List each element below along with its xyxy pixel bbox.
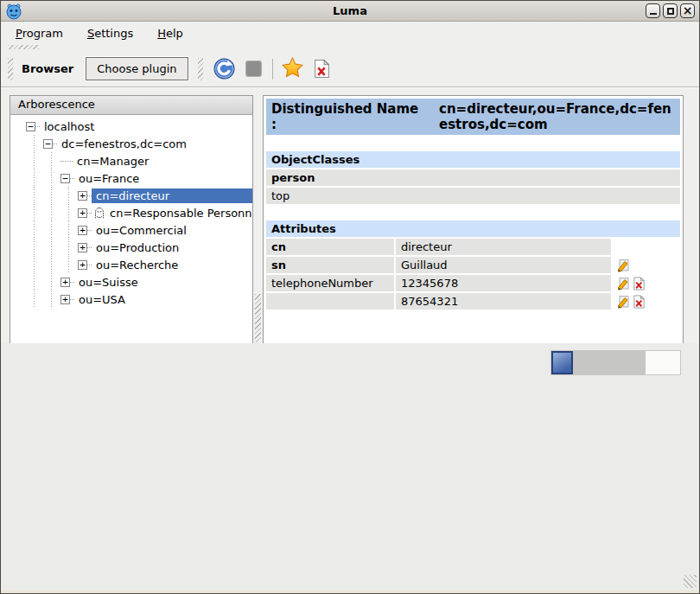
tree-item-label[interactable]: cn=directeur — [92, 188, 252, 203]
objectclasses-section: ObjectClasses person top — [266, 151, 680, 204]
tree-expander[interactable]: − — [43, 139, 53, 149]
tree-expander[interactable]: + — [60, 295, 70, 304]
delete-value-button[interactable] — [633, 277, 646, 291]
tree-expander[interactable]: + — [78, 243, 87, 252]
tree-item[interactable]: + ou=Production — [10, 239, 252, 256]
tree-item-label[interactable]: ou=France — [74, 171, 143, 186]
attributes-rows: cn directeur sn Guillaud telephoneNumber… — [266, 239, 680, 310]
attributes-section: Attributes cn directeur sn Guillaud tele… — [266, 220, 680, 310]
entry-details-panel: Distinguished Name : cn=directeur,ou=Fra… — [263, 95, 684, 343]
close-icon: × — [683, 5, 693, 16]
progress-track — [573, 351, 646, 374]
tree-item[interactable]: − ou=France — [10, 169, 252, 187]
tree-item-label[interactable]: dc=fenestros,dc=com — [57, 137, 191, 151]
tree-item[interactable]: cn=Manager — [10, 152, 252, 169]
delete-entry-button[interactable] — [314, 59, 330, 79]
tree-expander[interactable]: + — [78, 208, 87, 218]
tree-item-label[interactable]: ou=Production — [92, 240, 183, 255]
tree-header: Arborescence — [10, 96, 252, 115]
bookmark-button[interactable] — [281, 57, 304, 80]
objectclass-row: person — [266, 169, 680, 186]
tree-item-label[interactable]: ou=USA — [74, 292, 130, 307]
distinguished-name-header: Distinguished Name : cn=directeur,ou=Fra… — [266, 99, 680, 135]
menu-settings[interactable]: Settings — [87, 27, 133, 40]
tree-item-label[interactable]: ou=Commercial — [92, 223, 191, 238]
tree-item[interactable]: + ou=Recherche — [10, 256, 252, 273]
dn-label: Distinguished Name : — [266, 99, 439, 135]
progress-bar — [550, 350, 681, 375]
maximize-button[interactable] — [663, 3, 678, 18]
attribute-row: sn Guillaud — [266, 257, 680, 273]
tree-item-label[interactable]: localhost — [40, 119, 99, 134]
tree-item[interactable]: + cn=Responsable Personnel — [10, 204, 252, 221]
attribute-name — [266, 293, 394, 310]
tree-expander[interactable]: − — [60, 174, 70, 183]
attribute-value: 87654321 — [396, 293, 611, 310]
tree-body[interactable]: − localhost − dc=fenestros,dc=com cn=Man… — [10, 115, 252, 343]
bookmark-star-icon — [281, 57, 304, 80]
delete-entry-icon — [314, 59, 330, 79]
person-outline-icon — [93, 207, 105, 220]
objectclasses-rows: person top — [266, 169, 680, 204]
tree-item[interactable]: + ou=USA — [10, 291, 252, 308]
tree-item[interactable]: − localhost — [10, 118, 252, 135]
minimize-icon — [650, 13, 657, 15]
titlebar[interactable]: Luma × — [1, 1, 699, 22]
attributes-header: Attributes — [266, 220, 680, 237]
stop-icon — [245, 60, 263, 78]
attribute-name: sn — [266, 257, 394, 273]
attribute-row: cn directeur — [266, 239, 680, 255]
tree-expander[interactable]: + — [60, 278, 70, 287]
panel-splitter-handle[interactable] — [253, 95, 263, 343]
tree-panel: Arborescence − localhost − dc=fenestros,… — [10, 95, 253, 343]
maximize-icon — [667, 8, 674, 15]
dn-value: cn=directeur,ou=France,dc=fenestros,dc=c… — [439, 99, 680, 135]
toolbar: Browser Choose plugin — [1, 51, 699, 87]
luma-window: Luma × Program Settings Help Browser Cho… — [0, 0, 700, 594]
toolbar-drag-grip[interactable] — [8, 58, 13, 80]
menu-help[interactable]: Help — [157, 27, 183, 40]
toolbar-separator — [272, 59, 273, 80]
attribute-row: telephoneNumber 12345678 — [266, 275, 680, 291]
refresh-button[interactable] — [213, 58, 235, 80]
tree-item-label[interactable]: ou=Suisse — [74, 275, 143, 290]
edit-value-button[interactable] — [616, 295, 630, 309]
edit-value-button[interactable] — [616, 259, 630, 272]
attribute-row: 87654321 — [266, 293, 680, 310]
attribute-value: directeur — [396, 239, 611, 255]
tree-item[interactable]: + ou=Commercial — [10, 221, 252, 239]
menu-program[interactable]: Program — [16, 27, 63, 40]
objectclasses-header: ObjectClasses — [266, 151, 680, 168]
refresh-icon — [213, 58, 235, 80]
plugin-section-label: Browser — [22, 62, 73, 75]
objectclass-row: top — [266, 188, 680, 204]
attribute-value: 12345678 — [396, 275, 611, 291]
stop-button[interactable] — [245, 60, 263, 78]
main-content: Arborescence − localhost − dc=fenestros,… — [1, 87, 699, 343]
tree-item-label[interactable]: cn=Manager — [73, 154, 153, 169]
tree-item[interactable]: + cn=directeur — [10, 187, 252, 204]
choose-plugin-button[interactable]: Choose plugin — [86, 57, 188, 80]
tree-item-label[interactable]: ou=Recherche — [92, 258, 182, 272]
close-button[interactable]: × — [680, 3, 695, 18]
tree-item[interactable]: − dc=fenestros,dc=com — [10, 135, 252, 152]
minimize-button[interactable] — [646, 3, 660, 18]
luma-app-icon — [5, 3, 22, 20]
tree-expander[interactable]: + — [78, 260, 87, 270]
tree-expander[interactable]: + — [78, 226, 87, 235]
statusbar — [1, 343, 699, 594]
progress-chunk — [551, 351, 573, 374]
menubar-drag-grip[interactable] — [1, 45, 699, 51]
attribute-name: telephoneNumber — [266, 275, 394, 291]
attribute-name: cn — [266, 239, 394, 255]
menubar: Program Settings Help — [1, 22, 699, 45]
tree-expander[interactable]: + — [78, 191, 87, 201]
tree-item[interactable]: + ou=Suisse — [10, 273, 252, 291]
delete-value-button[interactable] — [633, 295, 646, 309]
tree-expander[interactable]: − — [26, 122, 35, 131]
attribute-value: Guillaud — [396, 257, 611, 273]
toolbar-drag-grip-2[interactable] — [198, 58, 203, 80]
edit-value-button[interactable] — [616, 277, 630, 291]
tree-item-label[interactable]: cn=Responsable Personnel — [105, 206, 252, 220]
window-resize-grip-icon[interactable] — [684, 575, 697, 588]
